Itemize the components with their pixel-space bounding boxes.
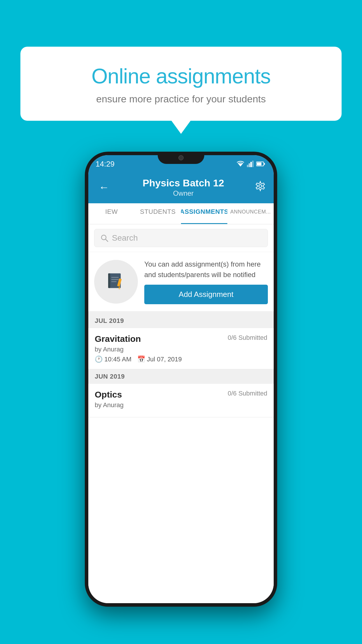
back-button[interactable]: ← <box>96 179 112 196</box>
wifi-icon <box>236 161 245 167</box>
assignment-item-optics[interactable]: Optics 0/6 Submitted by Anurag <box>88 384 274 417</box>
status-icons <box>236 161 265 167</box>
svg-rect-3 <box>250 162 252 167</box>
speech-bubble: Online assignments ensure more practice … <box>20 47 342 121</box>
battery-icon <box>256 161 265 167</box>
phone-wrapper: 14:29 <box>85 152 277 624</box>
tab-students[interactable]: STUDENTS <box>135 203 181 224</box>
svg-rect-1 <box>247 165 248 167</box>
assignment-optics-name: Optics <box>95 390 122 400</box>
assignment-item-header: Gravitation 0/6 Submitted <box>95 334 267 344</box>
speech-bubble-title: Online assignments <box>41 64 321 88</box>
speech-bubble-subtitle: ensure more practice for your students <box>41 93 321 105</box>
assignment-time: 10:45 AM <box>104 356 131 363</box>
signal-icon <box>247 161 254 167</box>
svg-rect-13 <box>111 277 119 278</box>
add-assignment-description: You can add assignment(s) from here and … <box>144 259 268 280</box>
assignment-by: by Anurag <box>95 346 267 353</box>
notebook-icon <box>106 271 126 292</box>
assignment-item-gravitation[interactable]: Gravitation 0/6 Submitted by Anurag 🕐 10… <box>88 328 274 369</box>
assignment-time-item: 🕐 10:45 AM <box>95 356 131 363</box>
phone-notch <box>158 152 204 164</box>
phone-body: 14:29 <box>85 152 277 607</box>
batch-owner: Owner <box>112 189 255 197</box>
speech-bubble-container: Online assignments ensure more practice … <box>20 47 342 121</box>
app-header: ← Physics Batch 12 Owner <box>88 171 274 203</box>
tab-announcements[interactable]: ANNOUNCEM... <box>227 203 274 224</box>
assignment-date: Jul 07, 2019 <box>147 356 182 363</box>
settings-button[interactable] <box>255 181 266 194</box>
assignment-icon-circle <box>94 260 138 304</box>
month-header-jul: JUL 2019 <box>88 314 274 328</box>
search-placeholder: Search <box>112 233 138 243</box>
add-assignment-right: You can add assignment(s) from here and … <box>144 259 268 304</box>
batch-title: Physics Batch 12 <box>112 177 255 189</box>
gear-icon <box>255 181 266 191</box>
content-area: Search <box>88 224 274 603</box>
add-assignment-button[interactable]: Add Assignment <box>144 285 268 304</box>
assignment-submitted: 0/6 Submitted <box>228 334 267 342</box>
search-bar-container: Search <box>88 224 274 252</box>
svg-rect-6 <box>264 163 265 165</box>
svg-rect-7 <box>257 162 261 165</box>
assignment-item-optics-header: Optics 0/6 Submitted <box>95 390 267 400</box>
calendar-icon: 📅 <box>137 356 145 363</box>
svg-rect-2 <box>249 163 250 167</box>
tabs-bar: IEW STUDENTS ASSIGNMENTS ANNOUNCEM... <box>88 203 274 224</box>
svg-marker-0 <box>238 164 243 167</box>
svg-rect-14 <box>111 279 119 280</box>
phone-screen: 14:29 <box>88 155 274 603</box>
month-header-jun: JUN 2019 <box>88 369 274 384</box>
search-icon <box>100 234 108 242</box>
add-assignment-card: You can add assignment(s) from here and … <box>88 252 274 314</box>
svg-line-10 <box>106 239 108 242</box>
clock-icon: 🕐 <box>95 356 103 363</box>
assignment-meta: 🕐 10:45 AM 📅 Jul 07, 2019 <box>95 356 267 363</box>
svg-rect-4 <box>252 161 254 167</box>
header-center: Physics Batch 12 Owner <box>112 177 255 197</box>
status-time: 14:29 <box>96 160 115 169</box>
assignment-name: Gravitation <box>95 334 141 344</box>
svg-point-8 <box>259 185 262 188</box>
assignment-date-item: 📅 Jul 07, 2019 <box>137 356 182 363</box>
front-camera <box>178 155 184 160</box>
tab-assignments[interactable]: ASSIGNMENTS <box>181 203 227 224</box>
tab-iew[interactable]: IEW <box>88 203 135 224</box>
assignment-optics-submitted: 0/6 Submitted <box>228 390 267 397</box>
search-bar[interactable]: Search <box>94 229 268 247</box>
svg-rect-12 <box>108 273 110 288</box>
svg-rect-15 <box>111 281 117 282</box>
assignment-optics-by: by Anurag <box>95 401 267 409</box>
